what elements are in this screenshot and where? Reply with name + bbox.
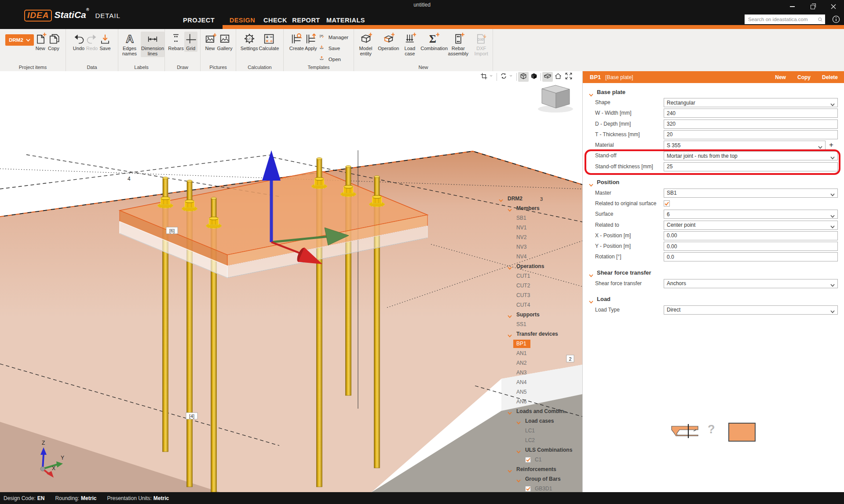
tab-design[interactable]: DESIGN [230, 17, 256, 24]
tree-item-cut1[interactable]: CUT1 [499, 271, 572, 281]
new-project-item-button[interactable]: New [34, 32, 47, 52]
chevron-down-icon[interactable] [516, 420, 521, 423]
panel-copy-button[interactable]: Copy [797, 74, 811, 80]
property-dropdown[interactable]: Rectangular [664, 98, 838, 107]
section-crop-caret-button[interactable] [489, 72, 495, 82]
add-material-button[interactable]: + [829, 141, 833, 149]
tree-item-an1[interactable]: AN1 [499, 348, 572, 358]
tree-item-nv1[interactable]: NV1 [499, 223, 572, 232]
chevron-down-icon[interactable] [499, 197, 503, 200]
dimension-lines-button[interactable]: Dimension lines [141, 32, 164, 57]
chevron-down-icon[interactable] [508, 468, 512, 471]
tree-item-gb3d1[interactable]: GB3D1 [499, 484, 572, 492]
section-position[interactable]: Position [589, 177, 619, 188]
chevron-down-icon[interactable] [508, 333, 512, 336]
template-manager-button[interactable]: Manager [319, 33, 348, 41]
tree-item-nv2[interactable]: NV2 [499, 232, 572, 242]
property-input[interactable]: 25 [664, 162, 838, 171]
rebar-assembly-button[interactable]: Rebar assembly [446, 32, 470, 57]
tree-item-transfer-devices[interactable]: Transfer devices [499, 329, 572, 339]
section-shear-force-transfer[interactable]: Shear force transfer [589, 267, 651, 279]
load-case-button[interactable]: Load case [399, 32, 420, 57]
tree-checkbox[interactable] [525, 486, 531, 492]
property-input[interactable]: 0.0 [664, 252, 838, 261]
property-input[interactable]: 320 [664, 120, 838, 129]
operation-button[interactable]: Operation [377, 32, 399, 52]
rebars-button[interactable]: Rebars [168, 32, 184, 52]
tree-item-an2[interactable]: AN2 [499, 358, 572, 368]
tree-item-sb1[interactable]: SB1 [499, 213, 572, 223]
property-input[interactable]: 240 [664, 109, 838, 118]
chevron-down-icon[interactable] [508, 207, 512, 210]
property-dropdown[interactable]: 6 [664, 210, 838, 219]
chevron-down-icon[interactable] [516, 449, 521, 452]
home-view-button[interactable] [553, 72, 563, 82]
tree-item-nv3[interactable]: NV3 [499, 242, 572, 252]
tree-item-supports[interactable]: Supports [499, 310, 572, 319]
apply-template-button[interactable]: Apply [304, 32, 318, 52]
settings-button[interactable]: </> Settings [240, 32, 259, 52]
tree-item-bp1[interactable]: BP1 [499, 339, 572, 348]
property-input[interactable]: 0.00 [664, 231, 838, 240]
gallery-button[interactable]: Gallery [217, 32, 233, 52]
tree-item-operations[interactable]: Operations [499, 261, 572, 271]
chevron-down-icon[interactable] [508, 265, 512, 268]
fit-view-button[interactable] [563, 72, 574, 82]
property-input[interactable]: 0.00 [664, 242, 838, 251]
template-save-button[interactable]: Save [319, 44, 348, 52]
chevron-down-icon[interactable] [508, 313, 512, 316]
maximize-button[interactable] [806, 3, 819, 11]
section-base-plate[interactable]: Base plate [589, 86, 625, 98]
create-template-button[interactable]: Create [289, 32, 304, 52]
tree-item-group-of-bars[interactable]: Group of Bars [499, 474, 572, 484]
section-crop-button[interactable] [479, 72, 489, 82]
grid-button[interactable]: Grid [184, 32, 197, 52]
tree-checkbox[interactable] [525, 457, 531, 463]
view-cube[interactable] [536, 83, 575, 114]
tree-item-c1[interactable]: C1 [499, 455, 572, 464]
tree-item-an5[interactable]: AN5 [499, 387, 572, 397]
save-button[interactable]: Save [99, 32, 112, 52]
copy-project-item-button[interactable]: Copy [47, 32, 60, 52]
close-button[interactable] [827, 3, 840, 11]
tree-item-lc1[interactable]: LC1 [499, 426, 572, 435]
clip-view-button[interactable] [542, 72, 553, 82]
template-open-button[interactable]: Open [319, 55, 348, 63]
wireframe-view-button[interactable] [518, 72, 529, 82]
tree-item-lc2[interactable]: LC2 [499, 435, 572, 445]
tree-item-uls-combinations[interactable]: ULS Combinations [499, 445, 572, 455]
property-input[interactable]: 20 [664, 130, 838, 139]
calculate-button[interactable]: +−×÷ Calculate [258, 32, 279, 52]
property-checkbox[interactable] [664, 200, 670, 207]
property-dropdown[interactable]: Direct [664, 305, 838, 315]
combination-button[interactable]: Σ Combination [420, 32, 446, 52]
chevron-down-icon[interactable] [516, 478, 521, 481]
rotate-view-button[interactable] [498, 72, 509, 82]
section-load[interactable]: Load [589, 294, 610, 305]
tree-item-an4[interactable]: AN4 [499, 377, 572, 387]
tab-project[interactable]: PROJECT [183, 17, 215, 24]
undo-button[interactable]: Undo [72, 32, 85, 52]
tree-item-reinforcements[interactable]: Reinforcements [499, 464, 572, 474]
tree-item-loads-and-combin-[interactable]: Loads and Combin... [499, 406, 572, 416]
minimize-button[interactable] [786, 3, 799, 11]
project-selector-dropdown[interactable]: DRM2 [5, 34, 34, 46]
info-button[interactable] [832, 15, 840, 23]
tree-item-members[interactable]: Members [499, 203, 572, 213]
property-dropdown[interactable]: S 355 [664, 141, 826, 150]
tab-materials[interactable]: MATERIALS [326, 17, 365, 24]
rotate-view-caret-button[interactable] [509, 72, 515, 82]
new-picture-button[interactable]: New [204, 32, 217, 52]
panel-new-button[interactable]: New [775, 74, 786, 80]
tree-item-nv4[interactable]: NV4 [499, 252, 572, 261]
tab-report[interactable]: REPORT [292, 17, 320, 24]
model-viewport[interactable]: [6][4]432ZYX DRM2MembersSB1NV1NV2NV3NV4O… [0, 71, 582, 492]
tree-item-load-cases[interactable]: Load cases [499, 416, 572, 426]
tree-item-cut3[interactable]: CUT3 [499, 290, 572, 300]
tree-item-cut4[interactable]: CUT4 [499, 300, 572, 310]
model-entity-button[interactable]: Model entity [354, 32, 377, 57]
edges-names-button[interactable]: A Edges names [118, 32, 141, 57]
search-input[interactable] [745, 17, 818, 22]
panel-delete-button[interactable]: Delete [822, 74, 838, 80]
tree-item-cut2[interactable]: CUT2 [499, 281, 572, 290]
